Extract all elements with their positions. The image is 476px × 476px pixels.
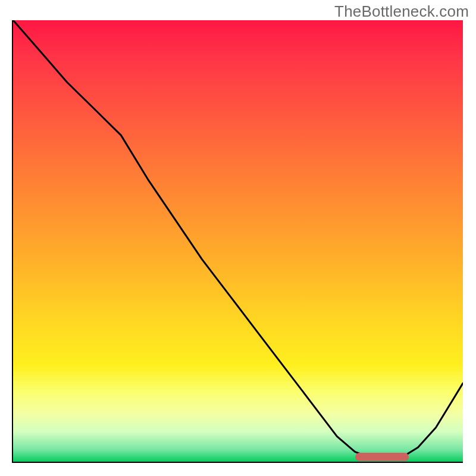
chart-container: TheBottleneck.com	[0, 0, 476, 476]
curve-line	[13, 20, 463, 463]
optimal-marker	[355, 453, 409, 461]
watermark-text: TheBottleneck.com	[334, 2, 469, 21]
